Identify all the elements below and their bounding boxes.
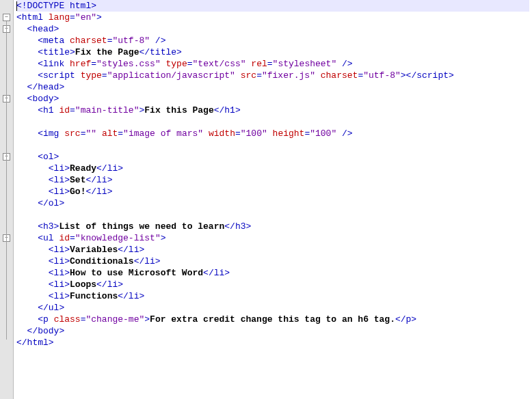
code-line[interactable]: <h3>List of things we need to learn</h3> [16, 221, 529, 232]
code-line[interactable]: </ol> [16, 197, 529, 209]
code-line[interactable] [16, 116, 529, 128]
code-line[interactable]: <img src="" alt="image of mars" width="1… [16, 128, 529, 139]
code-line[interactable]: <script type="application/javascript" sr… [16, 70, 529, 81]
code-area[interactable]: <!DOCTYPE html><html lang="en"> <head> <… [14, 0, 532, 399]
code-line[interactable]: <li>Loops</li> [16, 279, 529, 290]
code-line[interactable]: </head> [16, 81, 529, 93]
code-line[interactable]: <ol> [16, 151, 529, 163]
code-line[interactable]: <li>Functions</li> [16, 290, 529, 302]
fold-gutter [0, 0, 14, 399]
code-line[interactable]: <ul id="knowledge-list"> [16, 232, 529, 244]
code-editor: <!DOCTYPE html><html lang="en"> <head> <… [0, 0, 532, 399]
code-line[interactable]: <li>Conditionals</li> [16, 256, 529, 267]
code-line[interactable]: </ul> [16, 302, 529, 314]
code-line[interactable] [16, 139, 529, 151]
code-line[interactable]: <li>How to use Microsoft Word</li> [16, 267, 529, 279]
code-line[interactable]: <li>Ready</li> [16, 163, 529, 174]
code-line[interactable]: <h1 id="main-title">Fix this Page</h1> [16, 105, 529, 116]
code-line[interactable]: <meta charset="utf-8" /> [16, 35, 529, 46]
code-line[interactable]: <body> [16, 93, 529, 105]
fold-toggle-icon[interactable] [3, 14, 10, 21]
code-line[interactable]: </body> [16, 325, 529, 337]
code-line[interactable]: <title>Fix the Page</title> [16, 46, 529, 58]
code-line[interactable]: <link href="styles.css" type="text/css" … [16, 58, 529, 70]
code-line[interactable] [16, 209, 529, 221]
code-line[interactable]: <li>Variables</li> [16, 244, 529, 256]
code-line[interactable]: <p class="change-me">For extra credit ch… [16, 314, 529, 325]
code-line[interactable]: </html> [16, 337, 529, 348]
code-line[interactable]: <!DOCTYPE html> [16, 0, 529, 12]
fold-guide-line [6, 21, 7, 340]
code-line[interactable]: <html lang="en"> [16, 12, 529, 23]
code-line[interactable]: <li>Go!</li> [16, 186, 529, 197]
code-line[interactable]: <li>Set</li> [16, 174, 529, 186]
code-line[interactable]: <head> [16, 23, 529, 35]
